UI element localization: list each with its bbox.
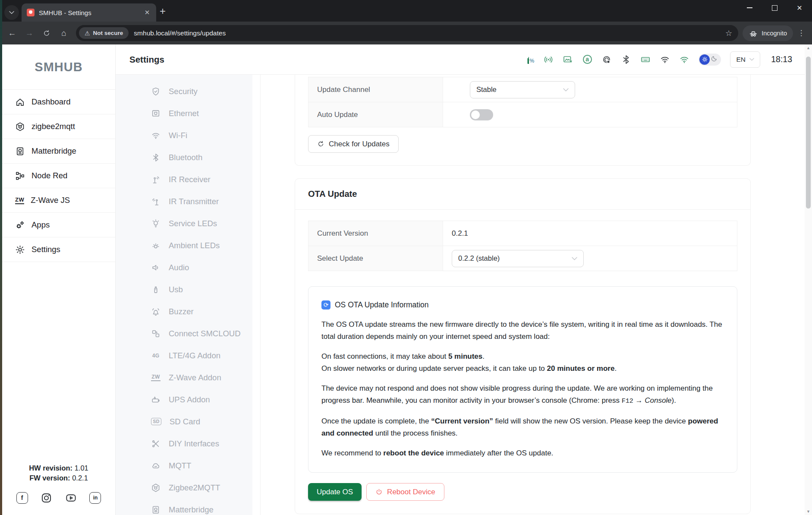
not-secure-chip[interactable]: ⚠ Not secure <box>79 27 129 39</box>
settings-menu-item-zigbee2mqtt[interactable]: Zigbee2MQTT <box>116 477 252 499</box>
scrollbar-thumb[interactable] <box>806 57 811 209</box>
auto-update-toggle[interactable] <box>470 109 493 120</box>
sidebar-item-dashboard[interactable]: Dashboard <box>2 90 115 114</box>
close-button[interactable]: ✕ <box>787 0 812 16</box>
sidebar-item-zwave-js[interactable]: ZW Z-Wave JS <box>2 188 115 213</box>
select-update-dropdown[interactable]: 0.2.2 (stable) <box>452 250 584 267</box>
chevron-down-icon <box>572 257 577 260</box>
settings-menu-item-service-leds[interactable]: Service LEDs <box>116 212 252 234</box>
settings-menu-item-zwave-addon[interactable]: ZWZ-Wave Addon <box>116 367 252 389</box>
sidebar-nav: Dashboard zigbee2mqtt Matterbridge Node … <box>2 89 115 262</box>
bulb-icon <box>151 219 161 228</box>
update-channel-select[interactable]: Stable <box>470 81 575 98</box>
browser-window: SMHUB - Settings ✕ + ✕ ← → ⌂ ⚠ Not secur… <box>0 0 812 515</box>
forward-button[interactable]: → <box>22 25 37 41</box>
wifi-connected-icon[interactable] <box>679 54 689 65</box>
sidebar-item-zigbee2mqtt[interactable]: zigbee2mqtt <box>2 114 115 139</box>
settings-menu-item-mqtt[interactable]: MQTT <box>116 455 252 477</box>
threads-icon[interactable]: a <box>582 54 592 65</box>
maximize-button[interactable] <box>762 0 787 16</box>
settings-menu-item-ir-transmitter[interactable]: IR Transmitter <box>116 190 252 212</box>
usb-icon <box>151 285 161 294</box>
update-os-button[interactable]: Update OS <box>308 483 362 501</box>
network-spiral-icon[interactable] <box>601 54 612 65</box>
zwave-icon: ZW <box>151 374 161 381</box>
matterbridge-icon <box>15 146 25 156</box>
settings-menu-item-usb[interactable]: Usb <box>116 278 252 300</box>
keyboard-icon[interactable] <box>640 54 651 65</box>
settings-menu-item-matterbridge[interactable]: Matterbridge <box>116 499 252 515</box>
gear-icon <box>15 245 25 255</box>
tab-close-icon[interactable]: ✕ <box>142 8 152 17</box>
broadcast-icon[interactable] <box>543 54 554 65</box>
scroll-up-arrow[interactable]: ▲ <box>805 44 812 51</box>
settings-menu-item-ups-addon[interactable]: UPS Addon <box>116 389 252 411</box>
new-tab-button[interactable]: + <box>160 6 166 16</box>
zigbee-hexagon-icon <box>151 483 161 493</box>
sidebar-item-settings[interactable]: Settings <box>2 237 115 262</box>
sidebar-item-apps[interactable]: Apps <box>2 213 115 237</box>
settings-menu-item-wifi[interactable]: Wi-Fi <box>116 124 252 146</box>
window-controls: ✕ <box>737 0 812 16</box>
settings-menu-item-security[interactable]: Security <box>116 80 252 102</box>
chevron-down-icon <box>749 58 754 61</box>
minimize-button[interactable] <box>737 0 762 16</box>
home-button[interactable]: ⌂ <box>56 25 72 41</box>
scroll-down-arrow[interactable]: ▼ <box>805 508 812 515</box>
settings-menu-item-lte-addon[interactable]: 4GLTE/4G Addon <box>116 344 252 367</box>
reboot-device-button[interactable]: Reboot Device <box>366 483 444 501</box>
lte-4g-icon: 4G <box>151 353 161 359</box>
info-paragraph: Once the update is complete, the “Curren… <box>321 415 724 439</box>
browser-tab[interactable]: SMHUB - Settings ✕ <box>22 3 156 22</box>
wifi-icon[interactable] <box>660 54 670 65</box>
settings-menu-item-bluetooth[interactable]: Bluetooth <box>116 146 252 168</box>
settings-menu-item-buzzer[interactable]: Buzzer <box>116 300 252 322</box>
settings-menu-item-audio[interactable]: Audio <box>116 256 252 278</box>
bookmark-star-icon[interactable]: ☆ <box>725 28 732 38</box>
address-bar[interactable]: ⚠ Not secure smhub.local/#/settings/upda… <box>76 25 738 41</box>
settings-menu-item-diy-interfaces[interactable]: DIY Interfaces <box>116 433 252 455</box>
shield-icon <box>151 87 161 96</box>
ota-info-box: ⟳ OS OTA Update Information The OS OTA u… <box>308 286 737 473</box>
sidebar-item-node-red[interactable]: Node Red <box>2 164 115 188</box>
card-title: OTA Update <box>308 189 357 199</box>
screenshot-icon[interactable] <box>563 54 573 65</box>
bluetooth-icon[interactable] <box>621 54 631 65</box>
language-select[interactable]: EN <box>730 51 760 68</box>
tab-search-button[interactable] <box>4 5 19 20</box>
settings-menu-item-ethernet[interactable]: Ethernet <box>116 102 252 124</box>
bell-icon <box>151 307 161 316</box>
linkedin-icon[interactable]: in <box>89 492 101 504</box>
settings-menu-item-ambient-leds[interactable]: Ambient LEDs <box>116 234 252 256</box>
back-button[interactable]: ← <box>4 25 20 41</box>
url-text[interactable]: smhub.local/#/settings/updates <box>134 29 725 37</box>
check-for-updates-button[interactable]: Check for Updates <box>308 135 399 153</box>
theme-toggle[interactable] <box>699 54 721 66</box>
wifi-icon <box>151 131 161 140</box>
page-scrollbar[interactable]: ▲ ▼ <box>805 44 812 515</box>
update-channel-label: Update Channel <box>308 77 443 102</box>
node-red-icon <box>15 171 25 181</box>
sidebar-item-matterbridge[interactable]: Matterbridge <box>2 139 115 164</box>
table-row: Auto Update <box>308 102 737 127</box>
speaker-icon <box>151 263 161 272</box>
table-row: Update Channel Stable <box>308 77 737 102</box>
update-channel-table: Update Channel Stable Auto Update <box>308 77 737 127</box>
instagram-icon[interactable] <box>41 492 53 504</box>
settings-menu-item-sd-card[interactable]: SDSD Card <box>116 411 252 433</box>
table-row: Select Update 0.2.2 (stable) <box>308 246 737 271</box>
facebook-icon[interactable]: f <box>16 492 28 504</box>
ups-battery-icon <box>151 395 161 404</box>
current-version-label: Current Version <box>308 221 443 246</box>
page-header: Settings % a <box>116 44 812 75</box>
site-favicon <box>27 9 35 16</box>
youtube-icon[interactable] <box>65 492 77 504</box>
warning-icon: ⚠ <box>85 30 90 37</box>
app-logo: SMHUB <box>2 44 115 89</box>
browser-menu-icon[interactable]: ⋮ <box>795 28 808 38</box>
power-icon <box>375 488 383 496</box>
table-row: Current Version 0.2.1 <box>308 221 737 246</box>
reload-button[interactable] <box>39 25 54 41</box>
settings-menu-item-connect-smcloud[interactable]: Connect SMCLOUD <box>116 322 252 344</box>
settings-menu-item-ir-receiver[interactable]: IR Receiver <box>116 168 252 190</box>
